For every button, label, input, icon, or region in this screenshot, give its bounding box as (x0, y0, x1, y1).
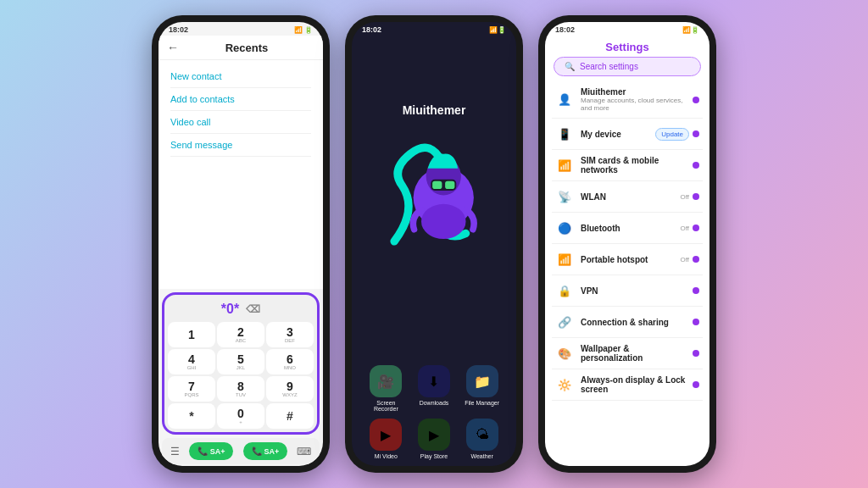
aod-right (693, 381, 699, 388)
connection-icon: 🔗 (555, 313, 574, 331)
miuithemer-body: Miuithemer Manage accounts, cloud servic… (581, 87, 686, 112)
dialer-screen: 18:02 📶 🔋 ← Recents New contact Add to c… (159, 22, 323, 466)
settings-item-connection-sharing[interactable]: 🔗 Connection & sharing (552, 307, 703, 338)
back-button[interactable]: ← (167, 41, 179, 54)
app-screen-recorder[interactable]: 🎥 Screen Recorder (365, 365, 407, 412)
wallpaper-body: Wallpaper & personalization (581, 344, 686, 363)
menu-dots-icon[interactable]: ☰ (170, 446, 180, 458)
settings-search-bar[interactable]: 🔍 Search settings (554, 57, 701, 76)
phone-dialer: 18:02 📶 🔋 ← Recents New contact Add to c… (152, 15, 330, 473)
app-icon-play-store: ▶ (418, 419, 450, 451)
aod-title: Always-on display & Lock screen (581, 375, 686, 394)
key-8[interactable]: 8TUV (217, 376, 264, 402)
dot-indicator (693, 350, 699, 357)
delete-button[interactable]: ⌫ (246, 303, 260, 315)
menu-add-contacts[interactable]: Add to contacts (170, 88, 311, 111)
dot-indicator (693, 193, 699, 200)
app-icon-mi-video: ▶ (370, 419, 402, 451)
wlan-body: WLAN (581, 192, 673, 202)
settings-item-miuithemer[interactable]: 👤 Miuithemer Manage accounts, cloud serv… (552, 81, 703, 119)
home-app-name: Miuithemer (352, 103, 516, 117)
settings-content: 18:02 📶🔋 Settings 🔍 Search settings 👤 Mi… (545, 22, 709, 466)
settings-item-hotspot[interactable]: 📶 Portable hotspot Off (552, 244, 703, 275)
sim-title: SIM cards & mobile networks (581, 156, 686, 175)
dialer-content: 18:02 📶 🔋 ← Recents New contact Add to c… (159, 22, 323, 466)
app-weather[interactable]: 🌤 Weather (461, 419, 503, 459)
mydevice-icon: 📱 (555, 125, 574, 143)
app-mi-video[interactable]: ▶ Mi Video (365, 419, 407, 459)
key-0[interactable]: 0+ (217, 403, 264, 429)
bluetooth-off-label: Off (680, 225, 689, 232)
app-file-manager[interactable]: 📁 File Manager (461, 365, 503, 412)
menu-send-message[interactable]: Send message (170, 134, 311, 157)
app-label-downloads: Downloads (420, 400, 449, 406)
wallpaper-title: Wallpaper & personalization (581, 344, 686, 363)
status-bar-3: 18:02 📶🔋 (545, 22, 709, 36)
bluetooth-right: Off (680, 225, 699, 232)
settings-item-wallpaper[interactable]: 🎨 Wallpaper & personalization (552, 338, 703, 369)
app-label-play-store: Play Store (420, 453, 448, 459)
key-9[interactable]: 9WXYZ (266, 376, 314, 402)
key-3[interactable]: 3DEF (266, 322, 314, 347)
key-7[interactable]: 7PQRS (168, 376, 215, 402)
menu-video-call[interactable]: Video call (170, 111, 311, 134)
miuithemer-icon: 👤 (555, 91, 574, 109)
wlan-right: Off (680, 193, 699, 201)
home-screen: 18:02 📶🔋 Miuithemer (352, 22, 516, 466)
mydevice-title: My device (581, 130, 648, 139)
call-button-2[interactable]: 📞 SA+ (243, 442, 288, 460)
key-star[interactable]: * (168, 403, 215, 429)
settings-title: Settings (545, 36, 709, 57)
settings-item-sim[interactable]: 📶 SIM cards & mobile networks (552, 150, 703, 181)
home-mascot (352, 125, 516, 278)
app-downloads[interactable]: ⬇ Downloads (414, 365, 455, 412)
status-bar-1: 18:02 📶 🔋 (159, 22, 323, 36)
call-button-1[interactable]: 📞 SA+ (189, 442, 234, 460)
keypad-toggle-icon[interactable]: ⌨ (297, 446, 311, 458)
settings-item-mydevice[interactable]: 📱 My device Update (552, 119, 703, 150)
app-label-weather: Weather (470, 453, 492, 459)
vpn-icon: 🔒 (555, 281, 574, 300)
dot-indicator (693, 97, 699, 103)
key-1[interactable]: 1 (168, 322, 215, 347)
hotspot-title: Portable hotspot (581, 255, 673, 264)
settings-item-vpn[interactable]: 🔒 VPN (552, 275, 703, 307)
app-icon-weather: 🌤 (466, 419, 498, 451)
phone-icon-2: 📞 (252, 446, 262, 456)
key-6[interactable]: 6MNO (266, 349, 314, 374)
miuithemer-right (693, 97, 699, 103)
dialer-menu: New contact Add to contacts Video call S… (159, 60, 323, 289)
vpn-body: VPN (581, 286, 686, 296)
search-placeholder: Search settings (580, 62, 638, 71)
settings-item-aod[interactable]: 🔆 Always-on display & Lock screen (552, 369, 703, 401)
dot-indicator (693, 162, 699, 169)
connection-body: Connection & sharing (581, 318, 686, 327)
home-content: 18:02 📶🔋 Miuithemer (352, 22, 516, 466)
miuithemer-title: Miuithemer (581, 87, 686, 97)
dialer-bottom: ☰ 📞 SA+ 📞 SA+ ⌨ (162, 438, 320, 464)
bluetooth-icon: 🔵 (555, 219, 574, 237)
status-icons-3: 📶🔋 (682, 26, 699, 34)
phone-settings: 18:02 📶🔋 Settings 🔍 Search settings 👤 Mi… (538, 15, 716, 473)
status-time-1: 18:02 (169, 25, 188, 34)
app-icon-downloads: ⬇ (418, 365, 450, 397)
keypad-display: *0* ⌫ (168, 300, 314, 322)
key-4[interactable]: 4GHI (168, 349, 215, 374)
sim-body: SIM cards & mobile networks (581, 156, 686, 175)
aod-icon: 🔆 (555, 375, 574, 394)
app-play-store[interactable]: ▶ Play Store (414, 419, 455, 459)
settings-item-bluetooth[interactable]: 🔵 Bluetooth Off (552, 213, 703, 244)
key-hash[interactable]: # (266, 403, 314, 429)
dot-indicator (693, 287, 699, 294)
key-2[interactable]: 2ABC (217, 322, 264, 347)
app-label-screen-recorder: Screen Recorder (365, 400, 407, 412)
hotspot-off-label: Off (680, 256, 689, 263)
dot-indicator (693, 319, 699, 325)
settings-item-wlan[interactable]: 📡 WLAN Off (552, 181, 703, 213)
bluetooth-title: Bluetooth (581, 224, 673, 233)
key-5[interactable]: 5JKL (217, 349, 264, 374)
wlan-icon: 📡 (555, 187, 574, 206)
dot-indicator (693, 256, 699, 263)
menu-new-contact[interactable]: New contact (170, 65, 311, 88)
sim-icon: 📶 (555, 156, 574, 175)
